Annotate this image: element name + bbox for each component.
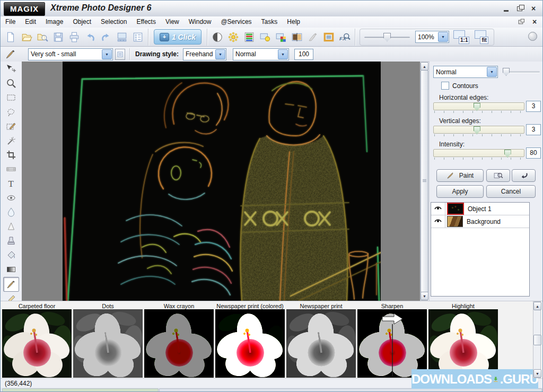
chevron-down-icon[interactable]: ▼ bbox=[438, 32, 448, 42]
contours-checkbox[interactable] bbox=[441, 82, 449, 90]
menu-effects[interactable]: Effects bbox=[132, 16, 160, 28]
one-click-button[interactable]: + 1 Click bbox=[154, 29, 202, 45]
move-tool-button[interactable] bbox=[4, 62, 19, 76]
zoom-tool-button[interactable] bbox=[4, 76, 19, 90]
effect-thumbnail-highlight[interactable] bbox=[428, 309, 498, 378]
red-eye-tool-button[interactable] bbox=[4, 191, 19, 205]
canvas-vertical-scrollbar[interactable]: ▲ ▼ bbox=[420, 62, 428, 301]
apply-button[interactable]: Apply bbox=[436, 185, 484, 198]
auto-enhance-button[interactable] bbox=[257, 29, 273, 45]
retouch-button[interactable] bbox=[305, 29, 321, 45]
chevron-down-icon[interactable]: ▼ bbox=[102, 49, 112, 59]
zoom-slider-thumb[interactable] bbox=[383, 33, 391, 42]
intensity-slider[interactable] bbox=[433, 149, 524, 157]
visibility-toggle[interactable] bbox=[431, 215, 445, 228]
visibility-toggle[interactable] bbox=[431, 203, 445, 215]
crop-tool-button[interactable] bbox=[4, 148, 19, 162]
gradient-tool-button[interactable] bbox=[4, 263, 19, 276]
straighten-tool-button[interactable] bbox=[4, 162, 19, 176]
slider-thumb[interactable] bbox=[474, 103, 480, 111]
scroll-up-icon[interactable]: ▲ bbox=[421, 62, 428, 71]
slider-thumb[interactable] bbox=[474, 126, 480, 134]
pencil-tool-button[interactable] bbox=[4, 292, 19, 301]
blend-mode-combo[interactable]: Normal ▼ bbox=[433, 66, 498, 78]
brush-list-button[interactable] bbox=[115, 49, 125, 60]
open-button[interactable] bbox=[19, 29, 34, 45]
scroll-down-icon[interactable]: ▼ bbox=[421, 292, 428, 300]
menu-view[interactable]: View bbox=[161, 16, 184, 28]
menu-services[interactable]: @Services bbox=[216, 16, 256, 28]
color-correction-button[interactable] bbox=[273, 29, 289, 45]
zoom-slider[interactable] bbox=[364, 32, 410, 42]
opacity-slider-thumb[interactable] bbox=[503, 68, 510, 76]
menu-file[interactable]: File bbox=[1, 16, 20, 28]
contours-option[interactable]: Contours bbox=[441, 82, 478, 90]
layer-name[interactable]: Background bbox=[467, 218, 501, 225]
effect-thumbnail-carpeted-floor[interactable] bbox=[2, 309, 72, 378]
compare-button[interactable] bbox=[289, 29, 305, 45]
paint-mode-combo[interactable]: Normal ▼ bbox=[233, 48, 289, 60]
blur-tool-button[interactable] bbox=[4, 205, 19, 219]
doc-restore-button[interactable] bbox=[516, 18, 526, 26]
selection-edit-tool-button[interactable] bbox=[4, 119, 19, 133]
layer-row-background[interactable]: Background bbox=[431, 215, 529, 228]
horizontal-edges-slider[interactable] bbox=[433, 102, 524, 110]
vertical-edges-slider[interactable] bbox=[433, 126, 524, 134]
drawing-style-combo[interactable]: Freehand ▼ bbox=[183, 48, 226, 60]
vertical-edges-value[interactable]: 3 bbox=[526, 124, 541, 135]
fill-tool-button[interactable] bbox=[4, 248, 19, 262]
menu-window[interactable]: Window bbox=[184, 16, 216, 28]
brush-preset-combo[interactable]: Very soft - small ▼ bbox=[28, 48, 113, 60]
reset-button[interactable] bbox=[512, 169, 536, 182]
preview-button[interactable] bbox=[486, 169, 510, 182]
color-levels-button[interactable] bbox=[241, 29, 257, 45]
cancel-button[interactable]: Cancel bbox=[486, 185, 536, 198]
horizontal-edges-value[interactable]: 3 bbox=[526, 101, 541, 112]
canvas-scrollbar-thumb[interactable] bbox=[421, 70, 428, 293]
redo-button[interactable] bbox=[98, 29, 114, 45]
text-tool-button[interactable]: T bbox=[4, 177, 19, 190]
opacity-input[interactable]: 100 bbox=[294, 49, 313, 60]
lasso-tool-button[interactable] bbox=[4, 105, 19, 119]
clone-stamp-tool-button[interactable] bbox=[4, 234, 19, 248]
browse-button[interactable] bbox=[34, 29, 50, 45]
opacity-slider[interactable] bbox=[503, 68, 540, 75]
restore-button[interactable] bbox=[515, 4, 524, 13]
print-button[interactable] bbox=[66, 29, 82, 45]
slider-thumb[interactable] bbox=[504, 150, 511, 158]
rect-select-tool-button[interactable] bbox=[4, 91, 19, 104]
menu-object[interactable]: Object bbox=[68, 16, 96, 28]
scroll-up-icon[interactable]: ▲ bbox=[533, 302, 541, 310]
frame-button[interactable] bbox=[321, 29, 337, 45]
fx-preview-button[interactable]: FX bbox=[337, 29, 353, 45]
intensity-value[interactable]: 80 bbox=[526, 147, 541, 159]
chevron-down-icon[interactable]: ▼ bbox=[487, 67, 497, 77]
canvas-workspace[interactable]: ▲ ▼ bbox=[22, 62, 428, 301]
scroll-down-icon[interactable]: ▼ bbox=[533, 369, 541, 378]
zoom-fit-button[interactable]: fit bbox=[474, 29, 489, 45]
paintbrush-tool-button[interactable] bbox=[3, 277, 19, 292]
menu-edit[interactable]: Edit bbox=[20, 16, 41, 28]
layer-row-object1[interactable]: Object 1 bbox=[431, 203, 529, 215]
document-image[interactable] bbox=[63, 62, 381, 301]
slideshow-button[interactable] bbox=[114, 29, 130, 45]
chevron-down-icon[interactable]: ▼ bbox=[278, 49, 288, 59]
contrast-button[interactable] bbox=[209, 29, 225, 45]
magic-wand-tool-button[interactable] bbox=[4, 134, 19, 147]
properties-list-button[interactable] bbox=[130, 29, 146, 45]
chevron-down-icon[interactable]: ▼ bbox=[215, 49, 225, 59]
minimize-button[interactable] bbox=[501, 4, 511, 13]
effect-thumbnail-wax-crayon[interactable] bbox=[144, 309, 214, 378]
zoom-1to1-button[interactable]: 1:1 bbox=[452, 29, 470, 45]
doc-close-button[interactable]: × bbox=[530, 18, 539, 26]
help-icon[interactable] bbox=[528, 32, 537, 41]
filmstrip-scrollbar[interactable]: ▲ ▼ bbox=[533, 301, 541, 378]
effect-thumbnail-newspaper-colored[interactable] bbox=[215, 309, 285, 378]
filmstrip-scrollbar-thumb[interactable] bbox=[533, 335, 541, 345]
save-button[interactable] bbox=[50, 29, 66, 45]
zoom-level-combo[interactable]: 100% ▼ bbox=[415, 31, 449, 43]
menu-image[interactable]: Image bbox=[41, 16, 68, 28]
menu-selection[interactable]: Selection bbox=[96, 16, 132, 28]
menu-tasks[interactable]: Tasks bbox=[257, 16, 283, 28]
sharpen-tool-button[interactable] bbox=[4, 220, 19, 233]
